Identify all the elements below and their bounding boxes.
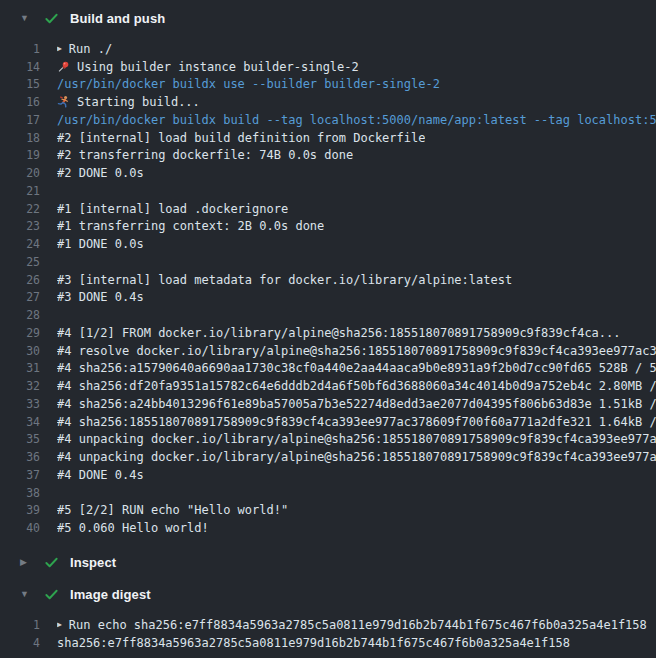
workflow-log-viewer: ▼ Build and push 1 ▶Run ./ 14 Using buil… bbox=[0, 0, 656, 658]
line-number[interactable]: 39 bbox=[0, 503, 40, 517]
line-content: #3 DONE 0.4s bbox=[57, 290, 144, 304]
line-content: ▶Run echo sha256:e7ff8834a5963a2785c5a08… bbox=[57, 618, 647, 632]
line-number[interactable]: 26 bbox=[0, 273, 40, 287]
line-number[interactable]: 14 bbox=[0, 60, 40, 74]
line-number[interactable]: 22 bbox=[0, 202, 40, 216]
line-text: #1 transferring context: 2B 0.0s done bbox=[57, 219, 324, 233]
line-text: #2 DONE 0.0s bbox=[57, 166, 144, 180]
line-number[interactable]: 28 bbox=[0, 308, 40, 322]
line-number[interactable]: 19 bbox=[0, 148, 40, 162]
line-number[interactable]: 40 bbox=[0, 521, 40, 535]
expand-run-group-icon[interactable]: ▶ bbox=[57, 44, 62, 53]
line-content: #4 sha256:a24bb4013296f61e89ba57005a7b3e… bbox=[57, 397, 656, 411]
line-content: /usr/bin/docker buildx use --builder bui… bbox=[57, 77, 440, 91]
line-content: #1 transferring context: 2B 0.0s done bbox=[57, 219, 324, 233]
log-section-image-digest: ▼ Image digest 1 ▶Run echo sha256:e7ff88… bbox=[0, 580, 656, 658]
success-check-icon bbox=[44, 555, 59, 570]
expand-run-group-icon[interactable]: ▶ bbox=[57, 620, 62, 629]
line-text: #4 [1/2] FROM docker.io/library/alpine@s… bbox=[57, 326, 621, 340]
line-number[interactable]: 1 bbox=[0, 618, 40, 632]
line-text: /usr/bin/docker buildx build --tag local… bbox=[57, 113, 656, 127]
line-text: #4 unpacking docker.io/library/alpine@sh… bbox=[57, 450, 656, 464]
section-log-body: 1 ▶Run echo sha256:e7ff8834a5963a2785c5a… bbox=[0, 608, 656, 658]
line-content: #4 [1/2] FROM docker.io/library/alpine@s… bbox=[57, 326, 621, 340]
line-number[interactable]: 25 bbox=[0, 255, 40, 269]
section-header-build-and-push[interactable]: ▼ Build and push bbox=[0, 4, 656, 32]
success-check-icon bbox=[44, 11, 59, 26]
line-number[interactable]: 31 bbox=[0, 361, 40, 375]
log-line: 23 #1 transferring context: 2B 0.0s done bbox=[0, 218, 656, 236]
line-number[interactable]: 4 bbox=[0, 636, 40, 650]
line-content: #2 DONE 0.0s bbox=[57, 166, 144, 180]
line-text: #3 [internal] load metadata for docker.i… bbox=[57, 273, 512, 287]
line-text: sha256:e7ff8834a5963a2785c5a0811e979d16b… bbox=[57, 636, 570, 650]
line-number[interactable]: 20 bbox=[0, 166, 40, 180]
line-number[interactable]: 27 bbox=[0, 290, 40, 304]
line-number[interactable]: 15 bbox=[0, 77, 40, 91]
line-number[interactable]: 34 bbox=[0, 415, 40, 429]
line-text: #4 resolve docker.io/library/alpine@sha2… bbox=[57, 344, 656, 358]
line-text: /usr/bin/docker buildx use --builder bui… bbox=[57, 77, 440, 91]
line-number[interactable]: 35 bbox=[0, 432, 40, 446]
log-line: 34 #4 sha256:185518070891758909c9f839cf4… bbox=[0, 413, 656, 431]
line-text: #4 sha256:df20fa9351a15782c64e6dddb2d4a6… bbox=[57, 379, 656, 393]
line-content: sha256:e7ff8834a5963a2785c5a0811e979d16b… bbox=[57, 636, 570, 650]
chevron-down-icon[interactable]: ▼ bbox=[20, 13, 32, 23]
log-line: 40 #5 0.060 Hello world! bbox=[0, 519, 656, 537]
line-number[interactable]: 16 bbox=[0, 95, 40, 109]
log-line: 22 #1 [internal] load .dockerignore bbox=[0, 200, 656, 218]
line-number[interactable]: 17 bbox=[0, 113, 40, 127]
section-header-image-digest[interactable]: ▼ Image digest bbox=[0, 580, 656, 608]
log-line: 17 /usr/bin/docker buildx build --tag lo… bbox=[0, 111, 656, 129]
line-content: Starting build... bbox=[57, 95, 200, 109]
line-number[interactable]: 23 bbox=[0, 219, 40, 233]
chevron-down-icon[interactable]: ▼ bbox=[20, 589, 32, 599]
line-number[interactable]: 29 bbox=[0, 326, 40, 340]
line-content: Using builder instance builder-single-2 bbox=[57, 60, 359, 74]
line-number[interactable]: 33 bbox=[0, 397, 40, 411]
line-content: #2 transferring dockerfile: 74B 0.0s don… bbox=[57, 148, 353, 162]
line-text: #2 transferring dockerfile: 74B 0.0s don… bbox=[57, 148, 353, 162]
log-line: 27 #3 DONE 0.4s bbox=[0, 289, 656, 307]
log-line: 20 #2 DONE 0.0s bbox=[0, 164, 656, 182]
line-text: #2 [internal] load build definition from… bbox=[57, 131, 425, 145]
section-title: Build and push bbox=[70, 11, 165, 26]
log-line: 4 sha256:e7ff8834a5963a2785c5a0811e979d1… bbox=[0, 634, 656, 652]
log-line: 14 Using builder instance builder-single… bbox=[0, 58, 656, 76]
line-text: #4 DONE 0.4s bbox=[57, 468, 144, 482]
log-line: 28 bbox=[0, 306, 656, 324]
log-section-inspect: ▶ Inspect bbox=[0, 548, 656, 576]
log-line: 30 #4 resolve docker.io/library/alpine@s… bbox=[0, 342, 656, 360]
log-line: 18 #2 [internal] load build definition f… bbox=[0, 129, 656, 147]
line-number[interactable]: 32 bbox=[0, 379, 40, 393]
line-content: ▶Run ./ bbox=[57, 42, 112, 56]
line-content: #2 [internal] load build definition from… bbox=[57, 131, 425, 145]
line-content: #5 [2/2] RUN echo "Hello world!" bbox=[57, 503, 288, 517]
section-header-inspect[interactable]: ▶ Inspect bbox=[0, 548, 656, 576]
log-line: 39 #5 [2/2] RUN echo "Hello world!" bbox=[0, 502, 656, 520]
line-text: #1 DONE 0.0s bbox=[57, 237, 144, 251]
chevron-right-icon[interactable]: ▶ bbox=[20, 557, 32, 567]
line-text: #4 sha256:a15790640a6690aa1730c38cf0a440… bbox=[57, 361, 656, 375]
line-text: #4 unpacking docker.io/library/alpine@sh… bbox=[57, 432, 656, 446]
line-number[interactable]: 18 bbox=[0, 131, 40, 145]
line-content: #4 DONE 0.4s bbox=[57, 468, 144, 482]
line-number[interactable]: 37 bbox=[0, 468, 40, 482]
success-check-icon bbox=[44, 587, 59, 602]
line-content: #4 sha256:185518070891758909c9f839cf4ca3… bbox=[57, 415, 656, 429]
line-number[interactable]: 24 bbox=[0, 237, 40, 251]
log-line: 35 #4 unpacking docker.io/library/alpine… bbox=[0, 431, 656, 449]
line-number[interactable]: 30 bbox=[0, 344, 40, 358]
line-content: #4 sha256:df20fa9351a15782c64e6dddb2d4a6… bbox=[57, 379, 656, 393]
line-content: /usr/bin/docker buildx build --tag local… bbox=[57, 113, 656, 127]
line-number[interactable]: 38 bbox=[0, 486, 40, 500]
log-line: 15 /usr/bin/docker buildx use --builder … bbox=[0, 76, 656, 94]
line-number[interactable]: 36 bbox=[0, 450, 40, 464]
line-content: #4 resolve docker.io/library/alpine@sha2… bbox=[57, 344, 656, 358]
line-number[interactable]: 1 bbox=[0, 42, 40, 56]
log-line: 32 #4 sha256:df20fa9351a15782c64e6dddb2d… bbox=[0, 377, 656, 395]
log-line: 31 #4 sha256:a15790640a6690aa1730c38cf0a… bbox=[0, 360, 656, 378]
line-number[interactable]: 21 bbox=[0, 184, 40, 198]
log-section-build-and-push: ▼ Build and push 1 ▶Run ./ 14 Using buil… bbox=[0, 4, 656, 544]
line-content: #5 0.060 Hello world! bbox=[57, 521, 209, 535]
